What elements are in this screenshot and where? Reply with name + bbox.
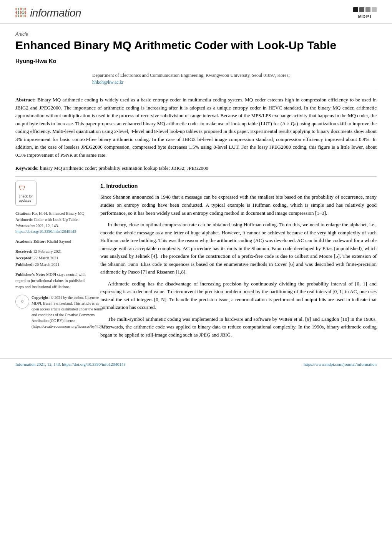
intro-para-2: In theory, close to optimal compression … [100, 221, 377, 276]
publishers-note-label: Publisher's Note: [15, 272, 45, 277]
footer-left[interactable]: Information 2021, 12, 143. https://doi.o… [15, 362, 126, 367]
right-column: 1. Introduction Since Shannon announced … [100, 181, 377, 343]
section-1-label: Introduction [106, 183, 138, 189]
journal-name: information [30, 7, 81, 19]
intro-para-4: The multi-symbol arithmetic coding was i… [100, 315, 377, 339]
copyright-label: Copyright: [32, 295, 50, 300]
dates-block: Received: 12 February 2021 Accepted: 22 … [15, 249, 90, 268]
cc-icon: © [15, 295, 29, 309]
abstract-label: Abstract: [15, 97, 36, 103]
section-1-title: 1. Introduction [100, 182, 377, 191]
cc-block: © Copyright: © 2021 by the author. Licen… [15, 295, 90, 329]
keywords-label: Keywords: [15, 165, 39, 171]
check-updates-text: check for updates [19, 194, 33, 203]
citation-year: 2021, [36, 224, 45, 228]
mdpi-label: MDPI [358, 14, 372, 19]
logo-bits: 01010 01010 01010 [15, 8, 26, 18]
keywords-text: Keywords: binary MQ arithmetic coder; pr… [15, 164, 377, 173]
divider-2 [15, 176, 377, 177]
header-left: 01010 01010 01010 information [15, 7, 81, 19]
intro-para-3: Arithmetic coding has the disadvantage o… [100, 280, 377, 312]
mdpi-sq1 [353, 7, 358, 12]
journal-logo: 01010 01010 01010 [15, 8, 26, 18]
abstract-block: Abstract: Binary MQ arithmetic coding is… [15, 96, 377, 159]
author-name: Hyung-Hwa Ko [15, 58, 377, 64]
citation-label: Citation: [15, 211, 31, 216]
keywords-content: binary MQ arithmetic coder; probability … [40, 165, 208, 171]
shield-icon: 🛡 [19, 183, 26, 194]
mdpi-logo: MDPI [353, 7, 377, 19]
accepted-label: Accepted: [15, 256, 33, 260]
article-title: Enhanced Binary MQ Arithmetic Coder with… [15, 38, 377, 52]
citation-block: Citation: Ko, H.-H. Enhanced Binary MQ A… [15, 211, 90, 235]
citation-doi[interactable]: https://doi.org/10.3390/info12040143 [15, 229, 76, 234]
copyright-content: © 2021 by the author. Licensee MDPI, Bas… [32, 295, 104, 328]
article-type-label: Article [15, 32, 377, 37]
mdpi-sq4 [372, 7, 377, 12]
editor-label: Academic Editor: [15, 239, 46, 244]
mdpi-sq3 [365, 7, 370, 12]
received-date: 12 February 2021 [33, 249, 62, 254]
publishers-note: Publisher's Note: MDPI stays neutral wit… [15, 272, 90, 290]
abstract-content: Binary MQ arithmetic coding is widely us… [15, 97, 377, 158]
divider-1 [15, 92, 377, 92]
page: 01010 01010 01010 information [0, 0, 392, 554]
citation-page: 143. [52, 224, 59, 228]
citation-vol: 12, [46, 224, 51, 228]
affiliation-line1: Department of Electronics and Communicat… [92, 73, 290, 78]
abstract-text: Abstract: Binary MQ arithmetic coding is… [15, 96, 377, 159]
two-col-section: 🛡 check for updates Citation: Ko, H.-H. … [15, 181, 377, 343]
affiliation-block: Department of Electronics and Communicat… [15, 72, 377, 86]
keywords-block: Keywords: binary MQ arithmetic coder; pr… [15, 164, 377, 173]
received-label: Received: [15, 249, 32, 254]
check-updates-badge[interactable]: 🛡 check for updates [15, 181, 37, 206]
published-label: Published: [15, 262, 34, 267]
editor-name: Khalid Sayood [47, 239, 71, 244]
mdpi-sq2 [359, 7, 364, 12]
intro-para-1: Since Shannon announced in 1948 that a m… [100, 193, 377, 217]
affiliation-email[interactable]: hhkoh@kw.ac.kr [92, 80, 124, 85]
header: 01010 01010 01010 information [0, 0, 392, 24]
academic-editor-block: Academic Editor: Khalid Sayood [15, 239, 90, 245]
accepted-date: 22 March 2021 [34, 256, 58, 260]
footer: Information 2021, 12, 143. https://doi.o… [0, 358, 392, 370]
footer-right[interactable]: https://www.mdpi.com/journal/information [304, 362, 377, 367]
copyright-text: Copyright: © 2021 by the author. License… [32, 295, 104, 329]
main-content: Article Enhanced Binary MQ Arithmetic Co… [0, 24, 392, 351]
published-date: 26 March 2021 [35, 262, 59, 267]
citation-journal: Information [15, 224, 35, 228]
left-column: 🛡 check for updates Citation: Ko, H.-H. … [15, 181, 90, 343]
